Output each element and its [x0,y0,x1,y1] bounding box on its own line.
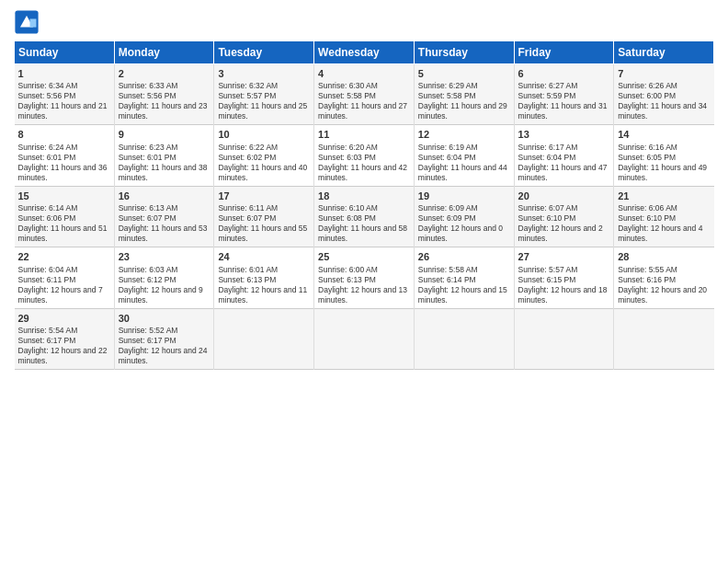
day-header-thursday: Thursday [414,41,514,64]
day-number: 17 [218,190,310,202]
sunrise: Sunrise: 6:04 AM [18,265,78,274]
day-number: 19 [418,190,510,202]
sunset: Sunset: 6:06 PM [18,213,76,223]
calendar-table: SundayMondayTuesdayWednesdayThursdayFrid… [14,40,714,370]
day-number: 18 [318,190,410,202]
sunrise: Sunrise: 6:32 AM [218,81,278,90]
sunrise: Sunrise: 6:11 AM [218,203,278,213]
daylight-label: Daylight: 11 hours and 23 minutes. [119,101,208,121]
calendar-cell: 7Sunrise: 6:26 AMSunset: 6:00 PMDaylight… [614,64,714,125]
sunset: Sunset: 6:13 PM [218,275,276,284]
sunset: Sunset: 6:03 PM [318,153,376,162]
daylight-label: Daylight: 11 hours and 31 minutes. [518,101,608,121]
daylight-label: Daylight: 11 hours and 49 minutes. [618,163,707,182]
day-number: 11 [318,128,410,141]
sunrise: Sunrise: 6:09 AM [418,203,478,213]
sunrise: Sunrise: 6:26 AM [618,81,677,90]
day-number: 29 [18,312,110,325]
day-number: 26 [418,250,510,263]
daylight-label: Daylight: 12 hours and 9 minutes. [119,285,203,304]
calendar-week-1: 1Sunrise: 6:34 AMSunset: 5:56 PMDaylight… [15,64,714,125]
daylight-label: Daylight: 11 hours and 21 minutes. [18,101,108,121]
calendar-cell: 15Sunrise: 6:14 AMSunset: 6:06 PMDayligh… [15,186,115,247]
daylight-label: Daylight: 12 hours and 13 minutes. [318,285,407,304]
day-header-wednesday: Wednesday [314,41,415,64]
daylight-label: Daylight: 11 hours and 51 minutes. [18,224,108,243]
sunrise: Sunrise: 6:17 AM [518,143,578,152]
sunrise: Sunrise: 6:06 AM [618,203,677,213]
daylight-label: Daylight: 11 hours and 58 minutes. [318,224,407,243]
daylight-label: Daylight: 11 hours and 29 minutes. [418,101,507,121]
calendar-cell: 1Sunrise: 6:34 AMSunset: 5:56 PMDaylight… [15,64,115,125]
sunrise: Sunrise: 6:29 AM [418,81,478,90]
sunrise: Sunrise: 6:30 AM [318,81,378,90]
daylight-label: Daylight: 11 hours and 40 minutes. [218,163,307,182]
day-number: 13 [518,128,610,141]
daylight-label: Daylight: 11 hours and 47 minutes. [518,163,608,182]
sunset: Sunset: 6:09 PM [418,213,476,223]
day-number: 28 [618,250,710,263]
calendar-cell: 4Sunrise: 6:30 AMSunset: 5:58 PMDaylight… [314,64,415,125]
calendar-cell: 22Sunrise: 6:04 AMSunset: 6:11 PMDayligh… [15,247,115,308]
day-number: 22 [18,250,110,263]
daylight-label: Daylight: 11 hours and 42 minutes. [318,163,407,182]
daylight-label: Daylight: 11 hours and 53 minutes. [119,224,208,243]
sunrise: Sunrise: 6:24 AM [18,143,78,152]
day-number: 20 [518,190,610,202]
sunrise: Sunrise: 6:00 AM [318,265,378,274]
daylight-label: Daylight: 11 hours and 27 minutes. [318,101,407,121]
calendar-cell: 9Sunrise: 6:23 AMSunset: 6:01 PMDaylight… [114,125,214,186]
calendar-cell: 10Sunrise: 6:22 AMSunset: 6:02 PMDayligh… [214,125,314,186]
calendar-cell: 19Sunrise: 6:09 AMSunset: 6:09 PMDayligh… [414,186,514,247]
sunset: Sunset: 6:07 PM [119,213,176,223]
daylight-label: Daylight: 11 hours and 34 minutes. [618,101,707,121]
daylight-label: Daylight: 11 hours and 36 minutes. [18,163,108,182]
calendar-cell: 18Sunrise: 6:10 AMSunset: 6:08 PMDayligh… [314,186,415,247]
svg-rect-2 [30,19,37,28]
calendar-week-4: 22Sunrise: 6:04 AMSunset: 6:11 PMDayligh… [15,247,714,308]
page: SundayMondayTuesdayWednesdayThursdayFrid… [0,0,728,563]
sunset: Sunset: 6:13 PM [318,275,376,284]
day-number: 1 [18,67,110,80]
sunrise: Sunrise: 6:13 AM [119,203,178,213]
day-number: 8 [18,128,110,141]
daylight-label: Daylight: 12 hours and 0 minutes. [418,224,503,243]
sunset: Sunset: 6:07 PM [218,213,276,223]
sunrise: Sunrise: 6:03 AM [119,265,178,274]
sunset: Sunset: 5:56 PM [119,91,176,100]
day-number: 6 [518,67,610,80]
header-row: SundayMondayTuesdayWednesdayThursdayFrid… [15,41,714,64]
sunset: Sunset: 6:02 PM [218,153,276,162]
calendar-cell: 16Sunrise: 6:13 AMSunset: 6:07 PMDayligh… [114,186,214,247]
daylight-label: Daylight: 12 hours and 20 minutes. [618,285,707,304]
sunrise: Sunrise: 6:34 AM [18,81,78,90]
calendar-cell [314,308,415,369]
calendar-cell: 23Sunrise: 6:03 AMSunset: 6:12 PMDayligh… [114,247,214,308]
sunset: Sunset: 6:11 PM [18,275,76,284]
calendar-week-5: 29Sunrise: 5:54 AMSunset: 6:17 PMDayligh… [15,308,714,369]
day-number: 3 [218,67,310,80]
day-number: 14 [618,128,710,141]
sunset: Sunset: 6:00 PM [618,91,676,100]
daylight-label: Daylight: 11 hours and 38 minutes. [119,163,208,182]
day-number: 12 [418,128,510,141]
daylight-label: Daylight: 11 hours and 44 minutes. [418,163,507,182]
logo-icon [14,9,40,35]
sunset: Sunset: 6:16 PM [618,275,676,284]
day-number: 2 [119,67,210,80]
sunset: Sunset: 5:58 PM [318,91,376,100]
sunset: Sunset: 6:05 PM [618,153,676,162]
calendar-cell: 5Sunrise: 6:29 AMSunset: 5:58 PMDaylight… [414,64,514,125]
daylight-label: Daylight: 11 hours and 25 minutes. [218,101,307,121]
day-number: 15 [18,190,110,202]
sunset: Sunset: 5:59 PM [518,91,576,100]
calendar-cell: 27Sunrise: 5:57 AMSunset: 6:15 PMDayligh… [514,247,614,308]
day-number: 16 [119,190,210,202]
sunrise: Sunrise: 6:07 AM [518,203,578,213]
sunset: Sunset: 6:10 PM [618,213,676,223]
sunset: Sunset: 6:04 PM [418,153,476,162]
sunrise: Sunrise: 5:58 AM [418,265,478,274]
day-number: 7 [618,67,710,80]
sunrise: Sunrise: 6:22 AM [218,143,278,152]
sunrise: Sunrise: 5:57 AM [518,265,578,274]
